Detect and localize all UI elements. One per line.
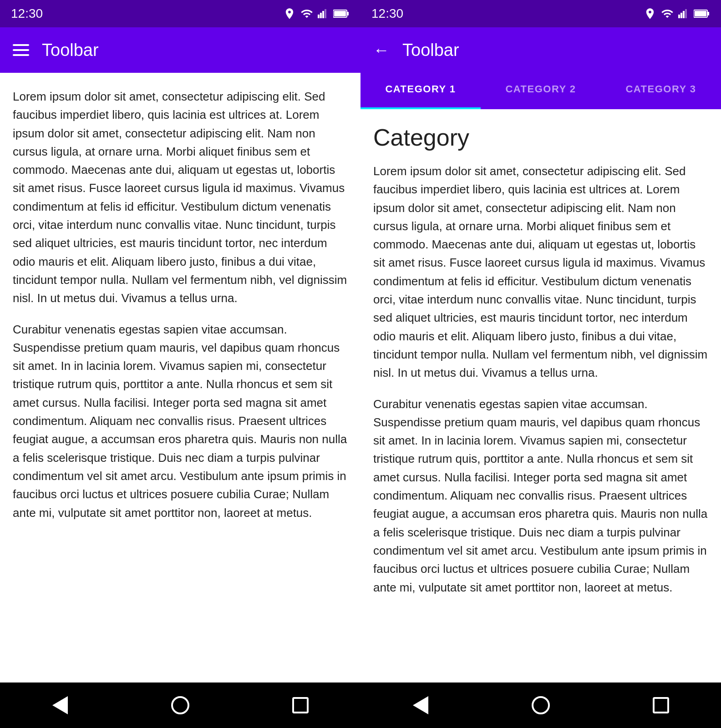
svg-rect-5 [347, 12, 349, 15]
right-battery-icon [694, 7, 710, 20]
left-recent-icon [292, 697, 309, 713]
wifi-icon [300, 7, 313, 20]
svg-rect-1 [320, 13, 322, 18]
svg-rect-7 [678, 15, 680, 18]
svg-rect-8 [680, 13, 682, 18]
svg-rect-9 [683, 11, 685, 18]
right-paragraph-1: Lorem ipsum dolor sit amet, consectetur … [373, 162, 708, 382]
svg-rect-13 [695, 11, 706, 16]
svg-rect-10 [685, 9, 687, 18]
left-back-icon [52, 696, 68, 714]
left-phone: 12:30 Toolbar Lorem ipsum dolor sit amet… [0, 0, 360, 728]
left-toolbar-title: Toolbar [42, 40, 99, 60]
left-home-button[interactable] [167, 692, 194, 719]
left-status-icons [283, 7, 350, 20]
left-paragraph-2: Curabitur venenatis egestas sapien vitae… [13, 320, 348, 522]
left-back-button[interactable] [46, 692, 74, 719]
right-paragraph-2: Curabitur venenatis egestas sapien vitae… [373, 395, 708, 597]
right-recent-icon [653, 697, 669, 713]
left-paragraph-1: Lorem ipsum dolor sit amet, consectetur … [13, 87, 348, 308]
signal-icon [318, 7, 329, 20]
right-home-button[interactable] [527, 692, 554, 719]
left-home-icon [171, 696, 189, 714]
right-status-icons [644, 7, 710, 20]
left-time: 12:30 [11, 6, 43, 21]
left-status-bar: 12:30 [0, 0, 360, 27]
svg-rect-3 [325, 9, 326, 18]
category-title: Category [373, 124, 708, 151]
right-signal-icon [678, 7, 689, 20]
left-recent-button[interactable] [287, 692, 314, 719]
right-status-bar: 12:30 [360, 0, 721, 27]
right-back-icon [413, 696, 428, 714]
right-toolbar-title: Toolbar [402, 40, 459, 60]
left-content-area: Lorem ipsum dolor sit amet, consectetur … [0, 73, 360, 682]
tab-category-2[interactable]: CATEGORY 2 [481, 73, 601, 109]
hamburger-icon[interactable] [13, 44, 29, 56]
battery-icon [333, 7, 350, 20]
tab-category-1[interactable]: CATEGORY 1 [360, 73, 481, 109]
svg-rect-6 [334, 11, 346, 16]
right-phone: 12:30 ← Toolbar CATEGORY 1 CATEGORY 2 CA… [360, 0, 721, 728]
back-arrow-icon[interactable]: ← [373, 42, 390, 58]
right-home-icon [532, 696, 550, 714]
right-content-area: Category Lorem ipsum dolor sit amet, con… [360, 109, 721, 682]
right-back-button[interactable] [407, 692, 434, 719]
left-nav-bar [0, 682, 360, 728]
svg-rect-2 [322, 11, 324, 18]
tab-category-3[interactable]: CATEGORY 3 [601, 73, 721, 109]
svg-rect-0 [318, 15, 320, 18]
right-time: 12:30 [371, 6, 403, 21]
right-location-icon [644, 7, 656, 20]
tab-bar: CATEGORY 1 CATEGORY 2 CATEGORY 3 [360, 73, 721, 109]
left-toolbar: Toolbar [0, 27, 360, 73]
right-recent-button[interactable] [647, 692, 675, 719]
location-icon [283, 7, 296, 20]
right-wifi-icon [661, 7, 674, 20]
right-toolbar: ← Toolbar [360, 27, 721, 73]
right-nav-bar [360, 682, 721, 728]
svg-rect-12 [707, 12, 709, 15]
